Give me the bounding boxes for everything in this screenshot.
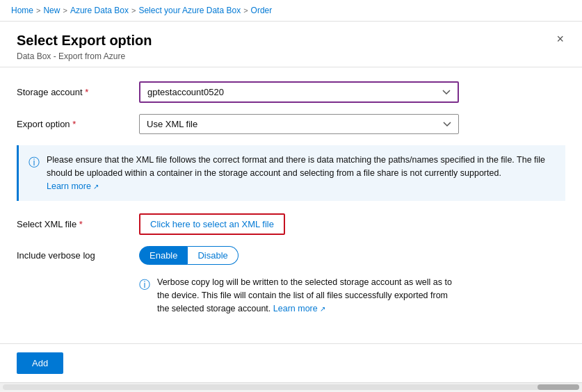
main-panel: Select Export option Data Box - Export f… <box>0 22 582 391</box>
verbose-toggle-group: Enable Disable <box>139 246 459 265</box>
panel-subtitle: Data Box - Export from Azure <box>17 51 565 61</box>
export-option-row: Export option * Use XML file <box>17 114 565 134</box>
verbose-info: ⓘ Verbose copy log will be written to th… <box>17 276 462 315</box>
select-xml-label: Select XML file * <box>17 219 128 229</box>
storage-account-row: Storage account * gptestaccount0520 <box>17 81 565 103</box>
add-button[interactable]: Add <box>17 352 63 374</box>
breadcrumb-sep-2: > <box>63 6 67 15</box>
verbose-log-row: Include verbose log Enable Disable <box>17 246 565 265</box>
panel-body: Storage account * gptestaccount0520 Expo… <box>0 67 582 343</box>
breadcrumb-sep-1: > <box>36 6 40 15</box>
select-xml-control: Click here to select an XML file <box>139 213 459 235</box>
breadcrumb-home[interactable]: Home <box>11 6 33 15</box>
info-box-text: Please ensure that the XML file follows … <box>47 154 556 193</box>
verbose-info-text: Verbose copy log will be written to the … <box>157 276 462 315</box>
scrollbar-track <box>3 384 579 390</box>
info-learn-more-link[interactable]: Learn more ↗ <box>47 181 99 191</box>
storage-account-label: Storage account * <box>17 87 128 97</box>
export-option-label: Export option * <box>17 119 128 129</box>
export-option-control: Use XML file <box>139 114 459 134</box>
breadcrumb-order[interactable]: Order <box>251 6 273 15</box>
panel-title: Select Export option <box>17 33 565 49</box>
verbose-disable-button[interactable]: Disable <box>188 246 238 265</box>
breadcrumb-sep-3: > <box>131 6 136 15</box>
breadcrumb: Home > New > Azure Data Box > Select you… <box>0 0 582 22</box>
breadcrumb-new[interactable]: New <box>43 6 60 15</box>
panel-header: Select Export option Data Box - Export f… <box>0 22 582 67</box>
verbose-learn-more-link[interactable]: Learn more ↗ <box>273 304 325 313</box>
info-box: ⓘ Please ensure that the XML file follow… <box>17 145 565 201</box>
select-xml-row: Select XML file * Click here to select a… <box>17 213 565 235</box>
close-button[interactable]: × <box>552 31 568 47</box>
verbose-log-control: Enable Disable <box>139 246 459 265</box>
export-option-select[interactable]: Use XML file <box>139 114 459 134</box>
verbose-log-label: Include verbose log <box>17 250 128 261</box>
verbose-enable-button[interactable]: Enable <box>139 246 188 265</box>
panel-footer: Add <box>0 343 582 382</box>
scrollbar-thumb[interactable] <box>537 384 579 390</box>
horizontal-scrollbar[interactable] <box>0 382 582 391</box>
storage-account-select[interactable]: gptestaccount0520 <box>139 81 459 103</box>
info-icon: ⓘ <box>29 154 40 171</box>
select-xml-button[interactable]: Click here to select an XML file <box>139 213 285 235</box>
breadcrumb-sep-4: > <box>243 6 248 15</box>
verbose-info-icon: ⓘ <box>139 277 150 315</box>
breadcrumb-azure-data-box[interactable]: Azure Data Box <box>70 6 129 15</box>
breadcrumb-select-data-box[interactable]: Select your Azure Data Box <box>138 6 241 15</box>
storage-account-control: gptestaccount0520 <box>139 81 459 103</box>
